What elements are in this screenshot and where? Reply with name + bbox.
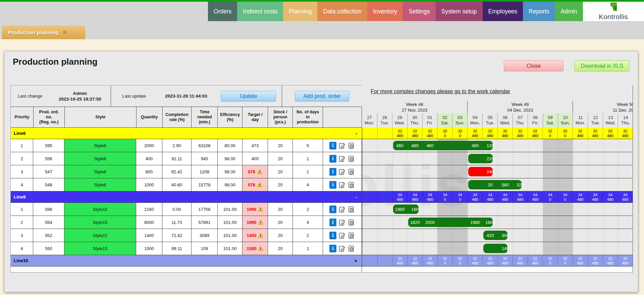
capacity-people: 34 (473, 192, 477, 197)
target-value: 578 (248, 169, 255, 174)
line-name: Line10 (14, 258, 28, 263)
capacity-minutes: 0 (444, 261, 446, 266)
nav-item-inventory[interactable]: Inventory (367, 2, 403, 21)
delete-button[interactable] (348, 181, 355, 189)
column-header-stock: Stock / person (pcs.) (268, 107, 293, 128)
info-button[interactable]: i (329, 245, 336, 252)
capacity-minutes: 480 (427, 197, 433, 202)
capacity-minutes: 480 (532, 197, 538, 202)
nav-item-orders[interactable]: Orders (208, 2, 237, 21)
edit-button[interactable] (338, 155, 346, 163)
gantt-bar-planned[interactable]: 1820200019801600 (408, 218, 493, 227)
gantt-bar-planned[interactable]: 140 (483, 244, 507, 253)
delete-button[interactable] (348, 142, 355, 150)
capacity-minutes: 480 (607, 133, 613, 138)
delete-button[interactable] (348, 219, 355, 226)
work-calendar-link[interactable]: For more complex changes please go to th… (371, 88, 510, 95)
column-header-completion: Completion rate (%) (163, 107, 192, 128)
capacity-cell: 32480 (618, 255, 633, 266)
nav-item-settings[interactable]: Settings (403, 2, 435, 21)
edit-button[interactable] (338, 181, 346, 189)
week-label: Week 48 (362, 102, 467, 107)
cell-quantity: 600 (136, 165, 162, 178)
delete-button[interactable] (348, 232, 355, 239)
delete-button[interactable] (348, 245, 355, 252)
info-button[interactable]: i (329, 168, 336, 176)
nav-item-employees[interactable]: Employees (483, 2, 523, 21)
calendar-days: 27Mon.28Tue.29Wed.30Thu.01Fri.02Sat.03Su… (362, 113, 633, 128)
nav-item-reports[interactable]: Reports (523, 2, 555, 21)
cell-style: Style6 (64, 165, 136, 178)
capacity-cell: 34480 (392, 191, 408, 202)
week-label: Week 50 (573, 102, 633, 107)
gantt-bar-planned[interactable]: 420300 (483, 231, 507, 240)
capacity-cell: 34480 (467, 191, 482, 202)
nav-item-admin[interactable]: Admin (555, 2, 583, 21)
capacity-cell: 320 (437, 255, 452, 266)
info-button[interactable]: i (329, 181, 336, 189)
line-header-line6[interactable]: Line6- (10, 128, 362, 139)
edit-button[interactable] (338, 219, 346, 226)
line-toggle-collapse[interactable]: - (356, 130, 357, 136)
day-number: 13 (603, 115, 618, 120)
capacity-cell: 32480 (407, 255, 422, 266)
gantt-bar-planned[interactable]: 220 (468, 154, 493, 163)
day-number: 30 (408, 115, 422, 120)
capacity-people: 32 (548, 256, 552, 261)
info-button[interactable]: i (329, 232, 336, 239)
weekend-shade (452, 203, 468, 216)
info-button[interactable]: i (329, 142, 336, 150)
capacity-people: 32 (623, 129, 628, 133)
delete-button[interactable] (348, 155, 355, 163)
edit-button[interactable] (338, 232, 346, 239)
gantt-bar-planned[interactable]: 20580320 (468, 180, 521, 189)
logo[interactable]: Kontrollis (583, 2, 644, 21)
download-xls-button[interactable]: Download in XLS (574, 60, 630, 71)
update-button[interactable]: Update (221, 91, 276, 102)
weekend-shade (437, 165, 452, 178)
close-button[interactable]: Close (504, 60, 564, 71)
info-button[interactable]: i (329, 155, 336, 163)
gantt-bar-overload[interactable]: 240 (468, 167, 493, 176)
nav-item-data-collection[interactable]: Data collection (317, 2, 367, 21)
planning-sheet: Last change Admin 2023-10-25 19:27:50 La… (10, 85, 633, 273)
day-weekday: Wed. (498, 120, 513, 126)
nav-item-planning[interactable]: Planning (283, 2, 317, 21)
line-header-line10[interactable]: Line10+ (10, 255, 362, 267)
tab-production-planning[interactable]: Production planning ✖ (2, 25, 85, 39)
edit-button[interactable] (338, 168, 346, 176)
cell-target-day: 1500 (243, 242, 268, 255)
gantt-row-556: 220 (362, 152, 633, 165)
nav-item-system-setup[interactable]: System setup (436, 2, 483, 21)
weekend-shade (452, 178, 468, 191)
tab-close-icon[interactable]: ✖ (63, 30, 67, 36)
capacity-people: 34 (398, 192, 402, 197)
capacity-cell: 320 (452, 255, 468, 266)
delete-button[interactable] (348, 168, 355, 176)
add-prod-order-button[interactable]: Add prod. order (295, 91, 349, 102)
capacity-minutes: 480 (487, 261, 493, 266)
day-weekday: Wed. (392, 120, 407, 126)
weekend-shade (543, 203, 558, 216)
gantt-row-554: 1820200019801600 (362, 216, 633, 229)
line-toggle-collapse[interactable]: - (356, 194, 357, 200)
day-number: 02 (437, 115, 452, 120)
day-header-06: 06Wed. (497, 113, 513, 128)
capacity-cell: 32480 (573, 128, 588, 139)
delete-button[interactable] (348, 205, 355, 213)
gantt-bar-planned[interactable]: 460480460480120 (393, 141, 493, 150)
capacity-minutes: 480 (472, 261, 478, 266)
line-row-line10: Line10+324803248032480320320324803248032… (10, 255, 633, 267)
line-toggle-expand[interactable]: + (354, 258, 357, 263)
weekend-shade (543, 139, 558, 152)
edit-button[interactable] (338, 205, 346, 213)
cell-stock-per-person: 20 (268, 216, 293, 229)
gantt-bar-planned[interactable]: 1980180 (393, 204, 419, 214)
line-header-line9[interactable]: Line9- (10, 191, 362, 203)
cell-completion-rate: 40.60 (162, 178, 192, 191)
info-button[interactable]: i (329, 205, 336, 213)
edit-button[interactable] (338, 142, 346, 150)
edit-button[interactable] (338, 245, 346, 252)
info-button[interactable]: i (329, 219, 336, 226)
nav-item-indirect-costs[interactable]: Indirect costs (237, 2, 283, 21)
